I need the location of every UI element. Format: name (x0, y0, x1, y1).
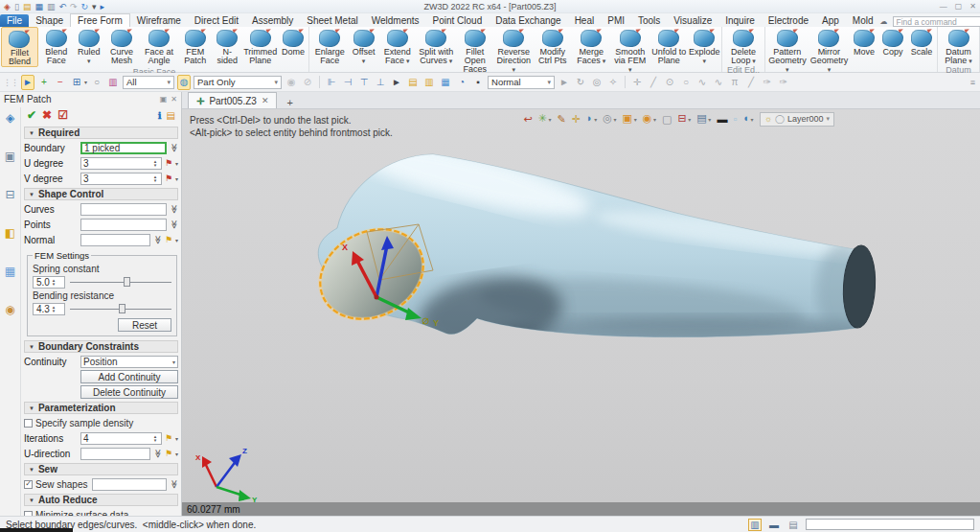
circle-center-tool-icon[interactable]: ⊙ (663, 76, 676, 89)
shape-manager-icon[interactable]: ◈ (6, 111, 14, 125)
scope-globe-icon[interactable]: ◍ (177, 75, 191, 90)
menu-tab-visualize[interactable]: Visualize (667, 14, 718, 27)
menu-tab-wireframe[interactable]: Wireframe (130, 14, 188, 27)
ribbon-button-fillet-blend[interactable]: Fillet Blend (1, 27, 38, 67)
menu-tab-tools[interactable]: Tools (631, 14, 667, 27)
ribbon-button-blend-face[interactable]: Blend Face (38, 27, 75, 67)
ribbon-button-ruled[interactable]: Ruled ▾ (75, 27, 103, 67)
bending-resistance-input[interactable]: 4.3▴▾ (33, 303, 65, 315)
spring-constant-input[interactable]: 5.0▴▾ (33, 276, 65, 289)
new-tab-button[interactable]: + (277, 97, 302, 108)
sew-shapes-checkbox[interactable]: ✓ (24, 480, 33, 489)
iterations-input[interactable]: 4▴▾ (80, 432, 162, 445)
u-direction-input[interactable] (80, 448, 150, 460)
ban-disabled-icon[interactable]: ⊘ (301, 76, 314, 89)
info-icon[interactable]: ℹ (158, 110, 162, 121)
curve-tool-icon[interactable]: ∿ (712, 76, 725, 89)
u-direction-expand-icon[interactable]: ≫ (152, 450, 162, 458)
folder-open-icon[interactable]: ▤ (406, 76, 420, 89)
points-input[interactable] (80, 219, 167, 231)
command-input[interactable] (806, 519, 974, 530)
orbit-icon[interactable]: ◎ (590, 76, 604, 89)
toolbar-grip[interactable]: ⋮⋮ (3, 78, 18, 87)
sample-density-checkbox[interactable] (24, 419, 33, 428)
boundary-expand-icon[interactable]: ≫ (170, 144, 179, 152)
align-bottom-icon[interactable]: ⊥ (374, 76, 387, 89)
stamp2-tool-icon[interactable]: ✑ (777, 76, 790, 89)
ribbon-button-reverse-direction[interactable]: Reverse Direction ▾ (494, 27, 534, 74)
restore-button[interactable]: ▢ (955, 2, 963, 11)
command-search-input[interactable]: Find a command ○ (893, 16, 980, 27)
align-right-icon[interactable]: ⊣ (341, 76, 354, 89)
redo-icon[interactable]: ↷ (70, 2, 78, 12)
align-left-icon[interactable]: ⊩ (325, 76, 338, 89)
ok-icon[interactable]: ✔ (27, 108, 36, 122)
output-window-icon[interactable]: ▤ (786, 519, 800, 531)
menu-tab-sheet-metal[interactable]: Sheet Metal (300, 14, 364, 27)
cancel-icon[interactable]: ✖ (42, 108, 52, 122)
regen-icon[interactable]: ↻ (81, 2, 89, 12)
ribbon-button-fillet-open-faces[interactable]: Fillet Open Faces (456, 27, 495, 74)
pi-tool-icon[interactable]: π (728, 76, 741, 89)
spring-constant-slider[interactable] (70, 276, 171, 288)
menu-tab-data-exchange[interactable]: Data Exchange (489, 14, 567, 27)
section-boundary-constraints[interactable]: ▼Boundary Constraints (24, 340, 178, 353)
new-file-icon[interactable]: ▯ (14, 2, 19, 12)
ribbon-button-enlarge-face[interactable]: Enlarge Face (310, 27, 350, 74)
ribbon-button-offset[interactable]: Offset ▾ (350, 27, 378, 74)
ribbon-button-curve-mesh[interactable]: Curve Mesh (103, 27, 141, 67)
points-expand-icon[interactable]: ≫ (170, 220, 179, 229)
v-degree-flag-icon[interactable]: ⚑ (165, 173, 172, 183)
boundary-input[interactable]: 1 picked (80, 142, 167, 154)
filter-combo[interactable]: All▾ (123, 76, 174, 89)
document-tab[interactable]: ✛ Part005.Z3 ✕ (188, 92, 277, 108)
section-auto-reduce[interactable]: ▼Auto Reduce (24, 494, 178, 506)
remove-entity-icon[interactable]: − (54, 76, 67, 89)
align-top-icon[interactable]: ⊤ (357, 76, 371, 89)
ribbon-button-explode[interactable]: Explode ▾ (689, 27, 721, 74)
cursor-gray-icon[interactable]: ► (558, 76, 571, 89)
ribbon-button-mirror-geometry[interactable]: Mirror Geometry ▾ (809, 27, 851, 74)
circle-tool-icon[interactable]: ○ (679, 76, 693, 89)
cloud-icon[interactable]: ☁ (880, 17, 888, 26)
v-degree-input[interactable]: 3▴▾ (80, 173, 162, 185)
ribbon-button-unfold-to-plane[interactable]: Unfold to Plane (650, 27, 689, 74)
spline-tool-icon[interactable]: ∿ (695, 76, 709, 89)
rotate-icon[interactable]: ↻ (574, 76, 587, 89)
segment-tool-icon[interactable]: ╱ (744, 76, 758, 89)
menu-tab-file[interactable]: File (0, 14, 29, 27)
play-macro-icon[interactable]: ▸ (101, 2, 105, 12)
print-icon[interactable]: ▥ (47, 2, 56, 12)
sew-shapes-expand-icon[interactable]: ≫ (170, 480, 179, 489)
ribbon-button-fem-patch[interactable]: FEM Patch (177, 27, 213, 67)
menu-tab-app[interactable]: App (815, 14, 846, 27)
display-monitor-icon[interactable]: ▬ (767, 519, 781, 531)
menu-tab-heal[interactable]: Heal (568, 14, 602, 27)
close-button[interactable]: ✕ (969, 2, 976, 11)
stamp-tool-icon[interactable]: ✑ (761, 76, 774, 89)
curves-input[interactable] (80, 203, 167, 216)
ribbon-button-pattern-geometry[interactable]: Pattern Geometry ▾ (766, 27, 809, 74)
model-3d[interactable]: X Y X Z Y (182, 109, 980, 502)
delete-continuity-button[interactable]: Delete Continuity (80, 385, 178, 399)
menu-tab-pmi[interactable]: PMI (601, 14, 631, 27)
normal-flag-icon[interactable]: ⚑ (165, 235, 172, 244)
ribbon-button-dome[interactable]: Dome (279, 27, 308, 67)
customize-qat-icon[interactable]: ▾ (92, 2, 97, 12)
folder-icon[interactable]: ▥ (422, 76, 436, 89)
ribbon-button-copy[interactable]: Copy (878, 27, 907, 74)
select-arrow-icon[interactable]: ► (390, 76, 403, 89)
ribbon-button-trimmed-plane[interactable]: Trimmed Plane (241, 27, 279, 67)
reset-button[interactable]: Reset (118, 318, 171, 332)
point-tool-icon[interactable]: ✛ (630, 76, 644, 89)
role-icon[interactable]: ◉ (5, 303, 14, 316)
u-degree-input[interactable]: 3▴▾ (80, 157, 162, 170)
ribbon-button-face-at-angle[interactable]: Face at Angle (141, 27, 178, 67)
sew-shapes-input[interactable] (92, 478, 167, 491)
section-sew[interactable]: ▼Sew (24, 463, 178, 475)
ribbon-button-smooth-via-fem[interactable]: Smooth via FEM ▾ (611, 27, 650, 74)
menu-tab-free-form[interactable]: Free Form (70, 13, 130, 27)
toolbar-overflow-icon[interactable]: ≡ (970, 78, 977, 87)
bending-resistance-slider[interactable] (70, 303, 171, 314)
lasso-icon[interactable]: ○ (90, 76, 103, 89)
